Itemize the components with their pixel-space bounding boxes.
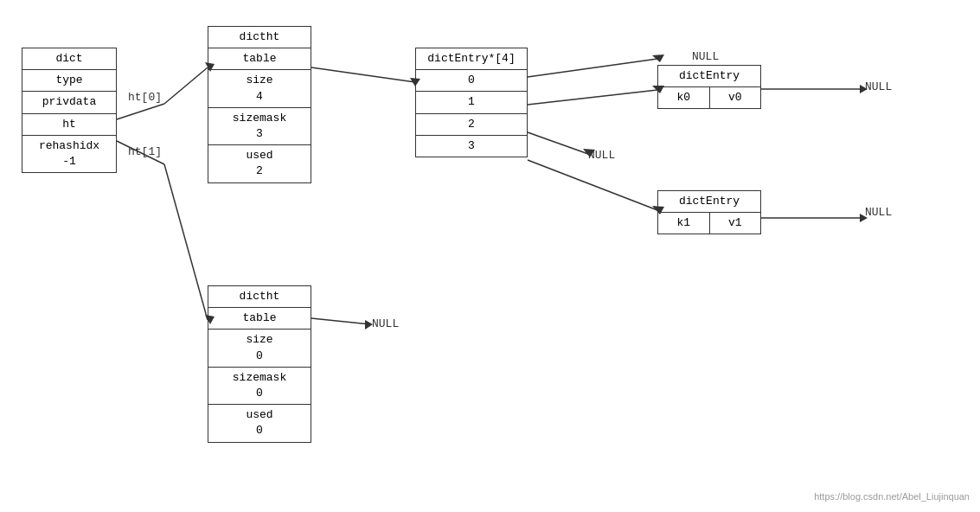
dict-box: dict type privdata ht rehashidx-1 <box>22 48 117 173</box>
svg-marker-9 <box>652 54 664 62</box>
null-label-array-2: NULL <box>588 149 615 162</box>
dict-entry-array-2: 2 <box>416 114 527 136</box>
svg-line-10 <box>528 90 657 105</box>
dictht0-header: dictht <box>208 27 311 48</box>
dictht1-table: table <box>208 308 311 330</box>
dictht0-size: size4 <box>208 70 311 107</box>
svg-line-0 <box>117 104 164 119</box>
dict-entry0-header: dictEntry <box>658 66 760 87</box>
dictht1-header: dictht <box>208 286 311 308</box>
svg-line-8 <box>528 59 657 77</box>
svg-line-1 <box>164 67 208 104</box>
dict-entry0-k0: k0 <box>658 87 710 108</box>
dict-cell-type: type <box>22 70 116 92</box>
dictht1-sizemask: sizemask0 <box>208 368 311 405</box>
null-label-entry0-right: NULL <box>865 80 892 93</box>
dictht0-used: used2 <box>208 145 311 182</box>
dict-entry0-v0: v0 <box>710 87 761 108</box>
dict-entry1-k1: k1 <box>658 213 710 234</box>
dict-entry-array-0: 0 <box>416 70 527 92</box>
dict-entry0-box: dictEntry k0 v0 <box>657 65 761 109</box>
svg-line-6 <box>311 67 415 82</box>
dict-cell-privdata: privdata <box>22 92 116 113</box>
dict-cell-rehashidx: rehashidx-1 <box>22 136 116 172</box>
dictht0-table: table <box>208 48 311 70</box>
null-label-top: NULL <box>692 50 719 63</box>
dict-entry1-header: dictEntry <box>658 191 760 213</box>
dict-entry-array-3: 3 <box>416 136 527 157</box>
ht0-label: ht[0] <box>128 91 162 104</box>
dictht1-box: dictht table size0 sizemask0 used0 <box>208 285 311 443</box>
null-label-dictht1-table: NULL <box>372 317 399 330</box>
dict-entry1-v1: v1 <box>710 213 761 234</box>
svg-line-20 <box>311 318 370 324</box>
dictht0-sizemask: sizemask3 <box>208 108 311 145</box>
dict-entry-array-1: 1 <box>416 92 527 113</box>
null-label-entry1-right: NULL <box>865 206 892 219</box>
svg-line-16 <box>528 160 657 210</box>
ht1-label: ht[1] <box>128 145 162 158</box>
svg-line-4 <box>164 164 208 320</box>
diagram-container: dict type privdata ht rehashidx-1 ht[0] … <box>0 0 980 512</box>
dict-entry1-box: dictEntry k1 v1 <box>657 190 761 234</box>
watermark: https://blog.csdn.net/Abel_Liujinquan <box>814 491 970 502</box>
dictht0-box: dictht table size4 sizemask3 used2 <box>208 26 311 183</box>
dictht1-size: size0 <box>208 330 311 367</box>
dict-entry-array-header: dictEntry*[4] <box>416 48 527 70</box>
svg-line-14 <box>528 132 588 154</box>
dict-cell-dict: dict <box>22 48 116 70</box>
dict-entry-array-box: dictEntry*[4] 0 1 2 3 <box>415 48 528 157</box>
dict-cell-ht: ht <box>22 114 116 136</box>
dictht1-used: used0 <box>208 405 311 441</box>
